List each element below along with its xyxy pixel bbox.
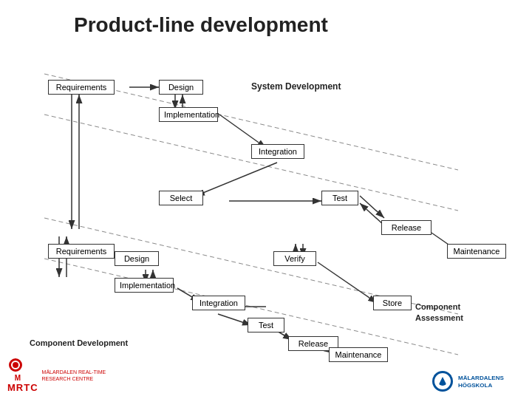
mrtc-logo: M MRTC MÄLARDALEN REAL-TIME RESEARCH CEN… <box>7 358 109 393</box>
requirements-top-box: Requirements <box>48 80 115 95</box>
integration-top-box: Integration <box>251 144 304 159</box>
maintenance-top-box: Maintenance <box>447 244 506 259</box>
design-top-box: Design <box>159 80 203 95</box>
component-development-label: Component Development <box>30 338 128 347</box>
svg-line-12 <box>219 115 266 148</box>
page-title: Product-line development <box>74 13 328 37</box>
integration-bottom-box: Integration <box>192 296 245 310</box>
svg-line-15 <box>360 196 384 218</box>
system-development-label: System Development <box>251 81 341 92</box>
select-box: Select <box>159 191 203 205</box>
verify-box: Verify <box>273 251 316 266</box>
release-top-box: Release <box>381 220 432 235</box>
store-box: Store <box>373 296 412 310</box>
component-assessment-label: ComponentAssessment <box>415 301 463 324</box>
maintenance-bottom-box: Maintenance <box>329 347 388 362</box>
implementation-top-box: Implementation <box>159 107 218 122</box>
test-top-box: Test <box>321 191 358 205</box>
svg-line-1 <box>44 115 458 211</box>
implementation-bottom-box: Implementation <box>115 278 174 293</box>
requirements-bottom-box: Requirements <box>48 244 115 259</box>
svg-line-26 <box>318 262 377 303</box>
mh-logo: MÄLARDALENS HÖGSKOLA <box>432 371 525 393</box>
svg-line-13 <box>196 163 277 196</box>
test-bottom-box: Test <box>248 318 284 332</box>
mrtc-full-label: MÄLARDALEN REAL-TIME RESEARCH CENTRE <box>42 369 109 382</box>
mh-label: MÄLARDALENS HÖGSKOLA <box>458 375 525 390</box>
svg-line-23 <box>218 314 251 325</box>
design-bottom-box: Design <box>115 251 159 266</box>
mrtc-label: MRTC <box>7 382 38 393</box>
